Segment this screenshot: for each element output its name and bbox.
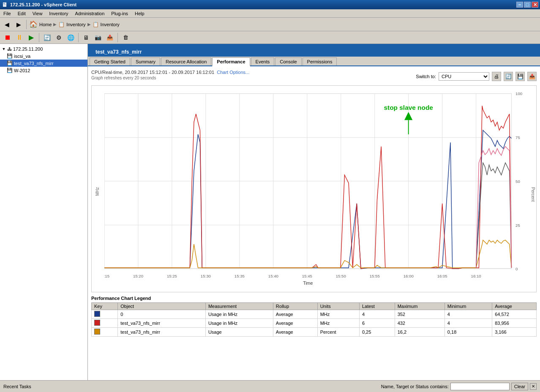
svg-text:15:40: 15:40	[268, 274, 278, 278]
svg-text:50: 50	[515, 179, 520, 184]
breadcrumb-inventory2[interactable]: Inventory	[101, 22, 120, 27]
legend-latest-1: 6	[359, 319, 395, 328]
legend-maximum-2: 16,2	[395, 328, 445, 337]
menu-administration[interactable]: Administration	[74, 11, 106, 16]
legend-key-0	[92, 310, 118, 319]
legend-col-average: Average	[492, 303, 537, 310]
legend-measurement-0: Usage in MHz	[205, 310, 273, 319]
svg-text:15:35: 15:35	[235, 274, 245, 278]
power-stop-button[interactable]: ⏹	[3, 33, 13, 43]
status-close-button[interactable]: ✕	[530, 383, 537, 390]
legend-object-1: test_va73_nfs_mirr	[118, 319, 206, 328]
svg-text:Time: Time	[303, 280, 313, 286]
chart-options-link[interactable]: Chart Options...	[217, 70, 249, 75]
tab-events[interactable]: Events	[251, 57, 275, 65]
status-bar: Recent Tasks Name, Target or Status cont…	[0, 380, 540, 392]
switch-to-select[interactable]: CPU Memory Disk Network	[439, 72, 489, 81]
refresh-button[interactable]: 🔄	[42, 33, 52, 43]
tab-getting-started[interactable]: Getting Started	[90, 57, 130, 65]
status-search-input[interactable]	[450, 383, 510, 390]
toolbar-sep-2	[78, 33, 79, 42]
toolbar-sep-3	[117, 33, 118, 42]
tree-server-root[interactable]: ▼ 🖧 172.25.11.200	[0, 46, 87, 52]
main-content: ▼ 🖧 172.25.11.200 💾 iscsi_va 💾 test_va73…	[0, 44, 540, 380]
tree-vm-test[interactable]: 💾 test_va73_nfs_mirr	[0, 60, 87, 67]
tab-summary[interactable]: Summary	[131, 57, 160, 65]
legend-section: Performance Chart Legend Key Object Meas…	[91, 296, 537, 337]
breadcrumb: 🏠 Home ▶ 📋 Inventory ▶ 📋 Inventory	[29, 20, 120, 28]
legend-col-units: Units	[317, 303, 359, 310]
menu-edit[interactable]: Edit	[16, 11, 27, 16]
refresh-chart-button[interactable]: 🔄	[504, 72, 513, 81]
menu-help[interactable]: Help	[133, 11, 146, 16]
tree-server-label: 172.25.11.200	[13, 46, 43, 52]
status-right: Name, Target or Status contains: Clear ✕	[381, 383, 537, 390]
legend-col-rollup: Rollup	[273, 303, 317, 310]
svg-text:16:05: 16:05	[437, 274, 447, 278]
menu-inventory[interactable]: Inventory	[47, 11, 70, 16]
status-clear-button[interactable]: Clear	[511, 383, 528, 390]
y-axis-right-label: Percent	[531, 187, 535, 201]
tab-resource-allocation[interactable]: Resource Allocation	[161, 57, 211, 65]
tab-header-bar: test_va73_nfs_mirr	[88, 44, 540, 57]
legend-minimum-0: 4	[445, 310, 492, 319]
settings-button[interactable]: ⚙	[54, 33, 64, 43]
menu-view[interactable]: View	[31, 11, 44, 16]
maximize-button[interactable]: □	[524, 2, 531, 8]
vm-title: test_va73_nfs_mirr	[91, 47, 146, 57]
minimize-button[interactable]: −	[516, 2, 523, 8]
legend-latest-0: 4	[359, 310, 395, 319]
legend-maximum-1: 432	[395, 319, 445, 328]
legend-units-2: Percent	[317, 328, 359, 337]
svg-text:15:45: 15:45	[302, 274, 312, 278]
tab-performance[interactable]: Performance	[212, 57, 250, 66]
network-button[interactable]: 🌐	[65, 33, 76, 43]
legend-key-1	[92, 319, 118, 328]
menu-plugins[interactable]: Plug-ins	[109, 11, 130, 16]
title-bar-controls[interactable]: − □ ✕	[516, 2, 538, 8]
console-button[interactable]: 🖥	[81, 33, 91, 43]
svg-text:16:00: 16:00	[404, 274, 414, 278]
power-play-button[interactable]: ▶	[26, 33, 36, 43]
breadcrumb-home[interactable]: Home	[39, 22, 52, 27]
back-button[interactable]: ◀	[2, 19, 12, 30]
close-button[interactable]: ✕	[532, 2, 538, 8]
legend-minimum-2: 0,18	[445, 328, 492, 337]
snapshot-button[interactable]: 📷	[93, 33, 103, 43]
legend-col-minimum: Minimum	[445, 303, 492, 310]
legend-table-body: 0 Usage in MHz Average MHz 4 352 4 64,57…	[92, 310, 537, 337]
forward-button[interactable]: ▶	[14, 19, 24, 30]
tree-vm-iscsi[interactable]: 💾 iscsi_va	[0, 52, 87, 60]
breadcrumb-inventory1[interactable]: Inventory	[66, 22, 85, 27]
chart-header: CPU/Real-time, 20.09.2017 15:12:01 - 20.…	[91, 70, 537, 83]
y-axis-left-label: MHz	[95, 187, 100, 196]
migrate-button[interactable]: 📤	[105, 33, 115, 43]
legend-title: Performance Chart Legend	[91, 296, 537, 301]
legend-col-latest: Latest	[359, 303, 395, 310]
tab-permissions[interactable]: Permissions	[303, 57, 337, 65]
svg-text:16:10: 16:10	[471, 274, 481, 278]
menu-bar: File Edit View Inventory Administration …	[0, 9, 540, 18]
svg-text:15:20: 15:20	[133, 274, 143, 278]
svg-text:15:55: 15:55	[370, 274, 380, 278]
legend-units-0: MHz	[317, 310, 359, 319]
title-bar-left: 🖥 172.25.11.200 - vSphere Client	[2, 1, 76, 8]
toolbar-separator	[26, 20, 27, 29]
chart-title: CPU/Real-time, 20.09.2017 15:12:01 - 20.…	[91, 70, 249, 75]
chart-subtitle: Graph refreshes every 20 seconds	[91, 76, 249, 80]
legend-row: test_va73_nfs_mirr Usage in MHz Average …	[92, 319, 537, 328]
delete-button[interactable]: 🗑	[120, 33, 131, 43]
print-button[interactable]: 🖨	[492, 72, 501, 81]
tree-expand-icon: ▼	[2, 47, 6, 51]
legend-latest-2: 0,25	[359, 328, 395, 337]
window-title: 172.25.11.200 - vSphere Client	[10, 2, 76, 7]
save-chart-button[interactable]: 💾	[515, 72, 525, 81]
legend-col-object: Object	[118, 303, 206, 310]
export-chart-button[interactable]: 📤	[527, 72, 537, 81]
tree-vm-w2012[interactable]: 💾 W-2012	[0, 67, 87, 74]
tab-console[interactable]: Console	[275, 57, 301, 65]
svg-text:0: 0	[515, 267, 518, 271]
legend-object-0: 0	[118, 310, 206, 319]
power-pause-button[interactable]: ⏸	[14, 33, 25, 43]
menu-file[interactable]: File	[2, 11, 13, 16]
